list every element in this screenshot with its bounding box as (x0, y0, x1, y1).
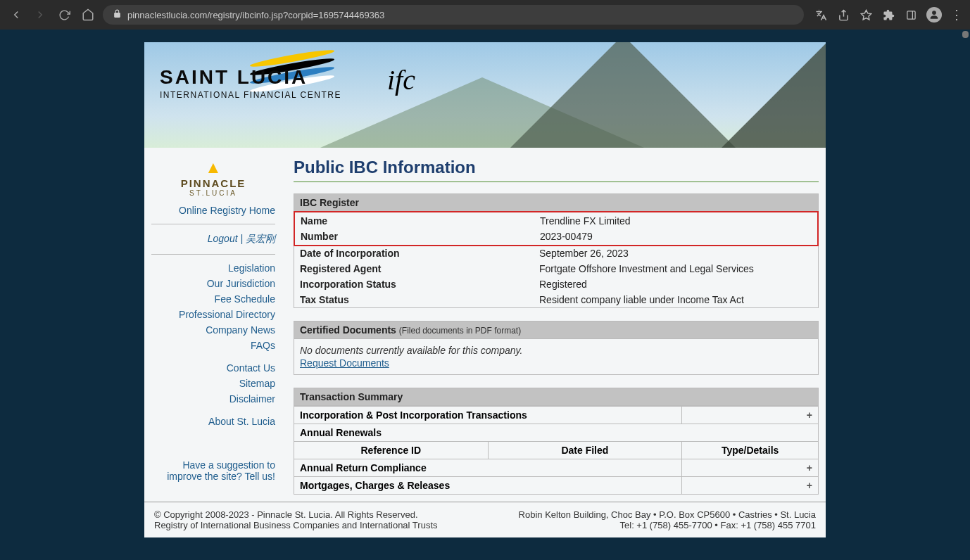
address-bar[interactable]: pinnaclestlucia.com/registry/ibcinfo.jsp… (103, 5, 804, 25)
docs-header: Certified Documents (Filed documents in … (294, 321, 819, 339)
row-incorp[interactable]: Incorporation & Post Incorporation Trans… (294, 407, 819, 424)
nav-faqs[interactable]: FAQs (151, 338, 275, 353)
profile-avatar[interactable] (926, 7, 942, 23)
row-tax: Tax Status Resident company liable under… (294, 292, 818, 307)
docs-body: No documents currently available for thi… (294, 339, 819, 375)
nav-about[interactable]: About St. Lucia (151, 414, 275, 429)
ibc-register-header: IBC Register (294, 193, 819, 212)
highlighted-rows: Name Trendline FX Limited Number 2023-00… (294, 211, 819, 246)
main-content: Public IBC Information IBC Register Name… (285, 158, 819, 495)
nav-sitemap[interactable]: Sitemap (151, 376, 275, 391)
forward-button[interactable] (31, 6, 49, 24)
sidepanel-icon[interactable] (904, 8, 918, 22)
footer-tel: Tel: +1 (758) 455-7700 • Fax: +1 (758) 4… (519, 520, 816, 530)
no-docs-text: No documents currently available for thi… (300, 345, 812, 356)
row-compliance[interactable]: Annual Return Compliance + (294, 459, 819, 477)
ifc-logo: ifc (387, 63, 415, 96)
nav-suggest[interactable]: Have a suggestion to improve the site? T… (151, 457, 275, 484)
expand-icon[interactable]: + (682, 477, 819, 495)
nav-legislation[interactable]: Legislation (151, 260, 275, 276)
svg-marker-1 (861, 10, 871, 19)
banner-title: SAINT LUCIA (160, 66, 341, 89)
copyright-1: © Copyright 2008-2023 - Pinnacle St. Luc… (154, 509, 438, 520)
site-banner: SAINT LUCIA INTERNATIONAL FINANCIAL CENT… (144, 42, 826, 148)
scrollbar-thumb[interactable] (962, 31, 969, 38)
footer: © Copyright 2008-2023 - Pinnacle St. Luc… (144, 502, 826, 537)
lock-icon (113, 9, 122, 20)
home-button[interactable] (79, 6, 97, 24)
row-number: Number 2023-00479 (295, 229, 817, 244)
copyright-2: Registry of International Business Compa… (154, 520, 438, 530)
renewals-columns: Reference ID Date Filed Type/Details (294, 442, 819, 459)
row-status: Incorporation Status Registered (294, 276, 818, 292)
nav-fee[interactable]: Fee Schedule (151, 291, 275, 307)
expand-icon[interactable]: + (682, 459, 819, 477)
share-icon[interactable] (836, 8, 850, 22)
sidebar: ▲ PINNACLE ST.LUCIA Online Registry Home… (151, 158, 285, 495)
browser-toolbar: pinnaclestlucia.com/registry/ibcinfo.jsp… (0, 0, 970, 30)
svg-rect-2 (907, 11, 914, 18)
logout-line: Logout | 吴宏刚 (151, 230, 275, 248)
expand-icon[interactable]: + (682, 407, 819, 424)
nav-news[interactable]: Company News (151, 322, 275, 338)
bookmark-icon[interactable] (859, 8, 873, 22)
username-label: 吴宏刚 (246, 233, 275, 244)
row-name: Name Trendline FX Limited (295, 213, 817, 229)
url-text: pinnaclestlucia.com/registry/ibcinfo.jsp… (127, 10, 384, 20)
row-agent: Registered Agent Fortgate Offshore Inves… (294, 261, 818, 276)
nav-directory[interactable]: Professional Directory (151, 307, 275, 322)
reload-button[interactable] (55, 6, 73, 24)
nav-disclaimer[interactable]: Disclaimer (151, 391, 275, 407)
nav-jurisdiction[interactable]: Our Jurisdiction (151, 276, 275, 291)
footer-address: Robin Kelton Building, Choc Bay • P.O. B… (519, 509, 816, 520)
ibc-register-table: Name Trendline FX Limited Number 2023-00… (294, 211, 819, 308)
row-doi: Date of Incorporation September 26, 2023 (294, 246, 818, 261)
page-title: Public IBC Information (294, 158, 819, 177)
banner-subtitle: INTERNATIONAL FINANCIAL CENTRE (160, 90, 341, 100)
pinnacle-logo: ▲ PINNACLE ST.LUCIA (151, 158, 275, 197)
back-button[interactable] (7, 6, 25, 24)
transaction-table: Incorporation & Post Incorporation Trans… (294, 406, 819, 495)
logout-link[interactable]: Logout (208, 231, 238, 246)
nav-home[interactable]: Online Registry Home (151, 203, 275, 218)
menu-button[interactable]: ⋮ (950, 7, 963, 23)
trans-header: Transaction Summary (294, 388, 819, 406)
extensions-icon[interactable] (881, 8, 895, 22)
row-mortgages[interactable]: Mortgages, Charges & Releases + (294, 477, 819, 495)
translate-icon[interactable] (814, 8, 828, 22)
nav-contact[interactable]: Contact Us (151, 360, 275, 376)
row-renewals: Annual Renewals (294, 424, 819, 442)
page-container: SAINT LUCIA INTERNATIONAL FINANCIAL CENT… (144, 42, 826, 537)
request-docs-link[interactable]: Request Documents (300, 357, 389, 369)
